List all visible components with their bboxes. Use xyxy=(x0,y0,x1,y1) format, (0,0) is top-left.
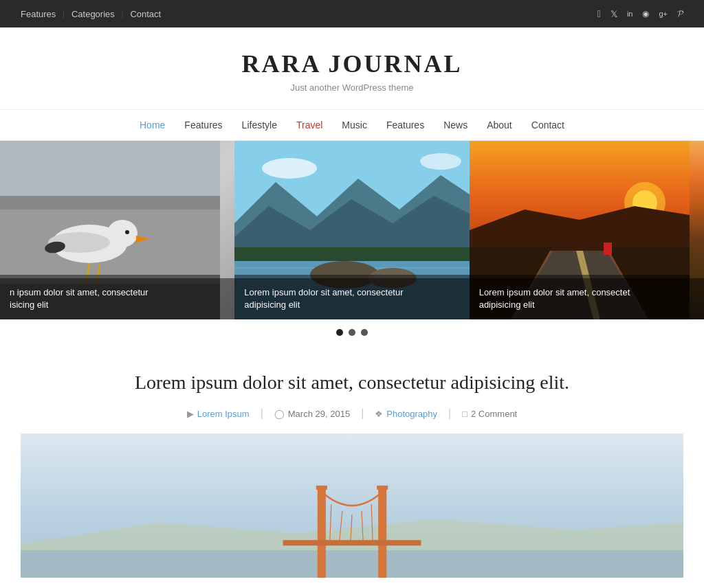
article-section: Lorem ipsum dolor sit amet, consectetur … xyxy=(22,346,682,433)
article-date: March 29, 2015 xyxy=(288,409,350,419)
slider-dot-2[interactable] xyxy=(349,329,355,336)
article-title: Lorem ipsum dolor sit amet, consectetur … xyxy=(43,370,661,395)
user-icon: ▶ xyxy=(187,409,194,419)
nav-sep-1: | xyxy=(63,8,65,19)
svg-point-4 xyxy=(107,220,138,247)
pinterest-icon[interactable]: 𝓟 xyxy=(677,8,683,19)
comment-icon: □ xyxy=(462,409,468,419)
svg-point-6 xyxy=(125,230,129,234)
meta-date: ◯ March 29, 2015 xyxy=(263,409,361,419)
tag-icon: ❖ xyxy=(375,409,383,419)
comment-count: 2 Comment xyxy=(471,409,517,419)
slider-dots xyxy=(0,319,704,346)
article-meta: ▶ Lorem Ipsum | ◯ March 29, 2015 | ❖ Pho… xyxy=(43,407,661,420)
nav-sep-2: | xyxy=(122,8,124,19)
topnav-categories[interactable]: Categories xyxy=(72,9,115,19)
twitter-icon[interactable]: 𝕏 xyxy=(610,9,617,19)
top-bar: Features | Categories | Contact  𝕏 in ◉… xyxy=(0,0,704,27)
linkedin-icon[interactable]: in xyxy=(627,10,633,18)
site-title[interactable]: RARA JOURNAL xyxy=(14,49,690,78)
nav-music[interactable]: Music xyxy=(342,120,367,131)
nav-home[interactable]: Home xyxy=(140,120,165,131)
nav-news[interactable]: News xyxy=(443,120,468,131)
meta-comments: □ 2 Comment xyxy=(451,409,528,419)
slider: n ipsum dolor sit amet, consectetur isic… xyxy=(0,141,704,319)
featured-image-svg xyxy=(21,433,683,578)
slide-2-caption: Lorem ipsum dolor sit amet, consectetur … xyxy=(234,278,469,319)
slide-3[interactable]: Lorem ipsum dolor sit amet, consectet ad… xyxy=(470,141,704,319)
nav-features-2[interactable]: Features xyxy=(386,120,424,131)
svg-rect-55 xyxy=(21,433,683,578)
top-bar-social:  𝕏 in ◉ g+ 𝓟 xyxy=(597,8,683,19)
author-link[interactable]: Lorem Ipsum xyxy=(197,409,250,419)
googleplus-icon[interactable]: g+ xyxy=(659,10,668,18)
nav-contact[interactable]: Contact xyxy=(531,120,564,131)
nav-about[interactable]: About xyxy=(487,120,512,131)
svg-point-20 xyxy=(420,153,461,170)
slider-dot-3[interactable] xyxy=(361,329,368,336)
site-tagline: Just another WordPress theme xyxy=(14,82,690,93)
svg-point-19 xyxy=(262,158,317,179)
meta-author: ▶ Lorem Ipsum xyxy=(176,409,261,419)
slider-dot-1[interactable] xyxy=(336,329,343,336)
meta-category: ❖ Photography xyxy=(364,409,448,419)
top-bar-nav: Features | Categories | Contact xyxy=(21,8,161,19)
slide-2[interactable]: Lorem ipsum dolor sit amet, consectetur … xyxy=(234,141,469,319)
svg-rect-2 xyxy=(0,196,220,210)
facebook-icon[interactable]:  xyxy=(597,8,601,19)
nav-travel[interactable]: Travel xyxy=(296,120,322,131)
nav-features-1[interactable]: Features xyxy=(184,120,222,131)
slide-1-caption: n ipsum dolor sit amet, consectetur isic… xyxy=(0,278,234,319)
slide-1[interactable]: n ipsum dolor sit amet, consectetur isic… xyxy=(0,141,234,319)
featured-image xyxy=(21,433,683,578)
rss-icon[interactable]: ◉ xyxy=(642,9,649,19)
svg-rect-40 xyxy=(604,242,612,255)
clock-icon: ◯ xyxy=(274,409,285,419)
nav-lifestyle[interactable]: Lifestyle xyxy=(242,120,277,131)
slide-3-caption: Lorem ipsum dolor sit amet, consectet ad… xyxy=(470,278,704,319)
category-link[interactable]: Photography xyxy=(386,409,437,419)
site-header: RARA JOURNAL Just another WordPress them… xyxy=(0,27,704,110)
main-nav: Home Features Lifestyle Travel Music Fea… xyxy=(0,110,704,141)
topnav-features[interactable]: Features xyxy=(21,9,56,19)
topnav-contact[interactable]: Contact xyxy=(130,9,161,19)
